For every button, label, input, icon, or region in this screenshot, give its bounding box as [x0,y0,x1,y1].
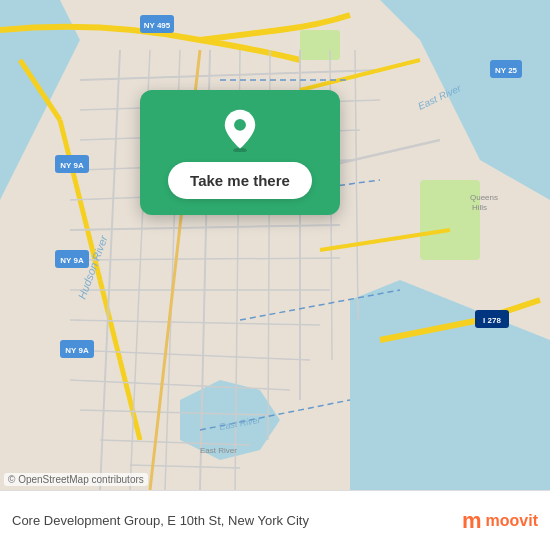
svg-text:NY 495: NY 495 [144,21,171,30]
svg-text:Hills: Hills [472,203,487,212]
svg-text:NY 9A: NY 9A [65,346,89,355]
svg-text:NY 25: NY 25 [495,66,518,75]
bottom-bar: Core Development Group, E 10th St, New Y… [0,490,550,550]
svg-text:East River: East River [200,446,237,455]
map-container: NY 9A NY 9A NY 9A NY 495 NY 25 I 278 Hud… [0,0,550,490]
moovit-m-letter: m [462,508,482,534]
svg-point-63 [234,119,246,131]
take-me-there-button[interactable]: Take me there [168,162,312,199]
svg-rect-7 [300,30,340,60]
svg-text:NY 9A: NY 9A [60,256,84,265]
map-background: NY 9A NY 9A NY 9A NY 495 NY 25 I 278 Hud… [0,0,550,490]
svg-text:Queens: Queens [470,193,498,202]
location-pin-icon [218,108,262,152]
location-label: Core Development Group, E 10th St, New Y… [12,513,309,528]
moovit-brand-text: moovit [486,512,538,530]
map-attribution: © OpenStreetMap contributors [4,473,148,486]
svg-text:I 278: I 278 [483,316,501,325]
moovit-logo: m moovit [462,508,538,534]
location-card: Take me there [140,90,340,215]
svg-rect-6 [420,180,480,260]
svg-text:NY 9A: NY 9A [60,161,84,170]
